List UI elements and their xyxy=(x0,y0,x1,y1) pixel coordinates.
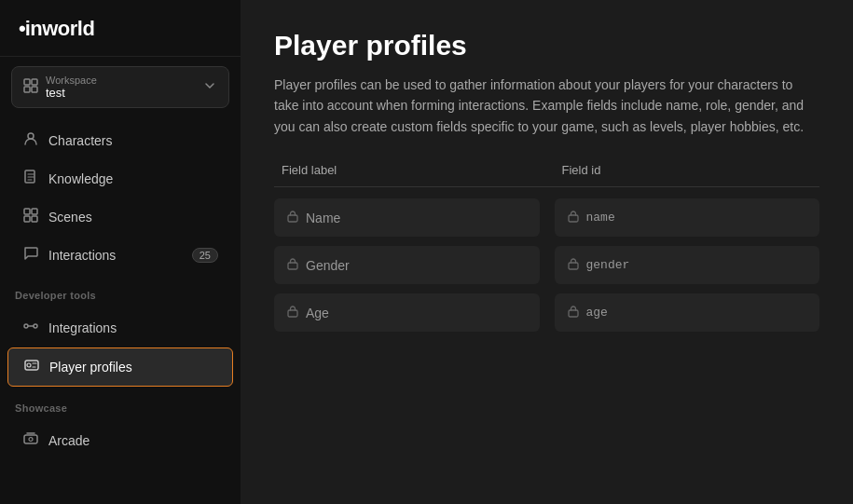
table-header: Field label Field id xyxy=(274,163,819,187)
lock-icon xyxy=(568,305,579,320)
app-logo: •inworld xyxy=(19,17,222,41)
interactions-icon xyxy=(22,246,39,265)
svg-point-4 xyxy=(28,133,34,139)
sidebar-item-label: Arcade xyxy=(48,433,89,448)
field-label-text: Gender xyxy=(306,258,350,273)
column-header-field-label: Field label xyxy=(274,163,540,177)
svg-point-13 xyxy=(27,363,31,367)
sidebar-item-label: Interactions xyxy=(48,248,116,263)
svg-rect-19 xyxy=(569,263,578,269)
developer-tools-section-label: Developer tools xyxy=(0,279,241,305)
field-id-text: name xyxy=(586,211,615,225)
field-label-gender: Gender xyxy=(274,246,540,284)
field-id-age: age xyxy=(555,293,820,332)
table-row: Age age xyxy=(274,293,819,332)
svg-rect-16 xyxy=(288,215,297,222)
lock-icon xyxy=(287,210,298,225)
page-description: Player profiles can be used to gather in… xyxy=(274,75,819,137)
sidebar-item-scenes[interactable]: Scenes xyxy=(7,198,233,236)
arcade-icon xyxy=(22,431,39,450)
sidebar-item-arcade[interactable]: Arcade xyxy=(7,422,233,459)
workspace-label: Workspace xyxy=(46,75,97,86)
svg-rect-2 xyxy=(24,87,30,92)
player-profiles-icon xyxy=(23,358,40,376)
field-label-age: Age xyxy=(274,293,540,332)
interactions-badge: 25 xyxy=(192,248,218,263)
sidebar-item-interactions[interactable]: Interactions 25 xyxy=(7,237,233,274)
showcase-nav: Arcade xyxy=(0,417,241,464)
svg-point-15 xyxy=(29,438,33,442)
svg-rect-18 xyxy=(288,263,297,269)
sidebar-item-integrations[interactable]: Integrations xyxy=(7,309,233,347)
main-content: Player profiles Player profiles can be u… xyxy=(241,0,853,504)
svg-rect-21 xyxy=(569,310,578,317)
showcase-section-label: Showcase xyxy=(0,391,241,417)
workspace-icon xyxy=(23,78,38,96)
column-header-field-id: Field id xyxy=(555,163,820,177)
workspace-text: Workspace test xyxy=(46,75,97,100)
lock-icon xyxy=(568,210,579,225)
field-id-text: age xyxy=(586,306,608,320)
logo-area: •inworld xyxy=(0,0,241,57)
svg-rect-14 xyxy=(24,435,37,443)
workspace-info-area: Workspace test xyxy=(23,75,97,100)
svg-rect-0 xyxy=(24,79,30,85)
lock-icon xyxy=(287,257,298,273)
logo-text: •inworld xyxy=(19,17,94,41)
svg-rect-6 xyxy=(24,209,30,214)
main-nav: Characters Knowledge Scene xyxy=(0,117,241,279)
sidebar-item-label: Scenes xyxy=(48,210,92,225)
svg-rect-7 xyxy=(32,209,37,214)
workspace-selector[interactable]: Workspace test xyxy=(11,66,229,108)
profiles-table: Field label Field id Name xyxy=(274,163,819,332)
table-row: Gender gender xyxy=(274,246,819,284)
sidebar-item-label: Knowledge xyxy=(48,171,113,186)
svg-rect-9 xyxy=(32,216,37,222)
field-id-gender: gender xyxy=(555,246,820,284)
field-label-text: Name xyxy=(306,211,340,225)
knowledge-icon xyxy=(22,170,39,188)
field-label-text: Age xyxy=(306,306,329,320)
workspace-name: test xyxy=(46,86,97,100)
svg-rect-1 xyxy=(32,79,37,85)
svg-rect-3 xyxy=(32,87,37,92)
lock-icon xyxy=(287,305,298,320)
person-icon xyxy=(22,131,39,150)
svg-point-10 xyxy=(24,324,28,328)
field-id-name: name xyxy=(555,198,820,237)
field-label-name: Name xyxy=(274,198,540,237)
sidebar-item-knowledge[interactable]: Knowledge xyxy=(7,160,233,198)
scenes-icon xyxy=(22,208,39,226)
svg-rect-20 xyxy=(288,310,297,317)
sidebar-item-characters[interactable]: Characters xyxy=(7,122,233,159)
svg-rect-17 xyxy=(569,215,578,222)
table-row: Name name xyxy=(274,198,819,237)
chevron-down-icon xyxy=(202,78,217,96)
field-id-text: gender xyxy=(586,258,630,272)
sidebar: •inworld Workspace test xyxy=(0,0,241,504)
lock-icon xyxy=(568,257,579,273)
developer-tools-nav: Integrations Player profiles xyxy=(0,305,241,391)
sidebar-item-player-profiles[interactable]: Player profiles xyxy=(7,347,233,387)
svg-point-11 xyxy=(34,324,37,328)
sidebar-item-label: Player profiles xyxy=(49,360,132,375)
sidebar-item-label: Characters xyxy=(48,133,112,148)
page-title: Player profiles xyxy=(274,30,819,61)
sidebar-item-label: Integrations xyxy=(48,320,117,335)
integrations-icon xyxy=(22,319,39,337)
svg-rect-8 xyxy=(24,216,30,222)
